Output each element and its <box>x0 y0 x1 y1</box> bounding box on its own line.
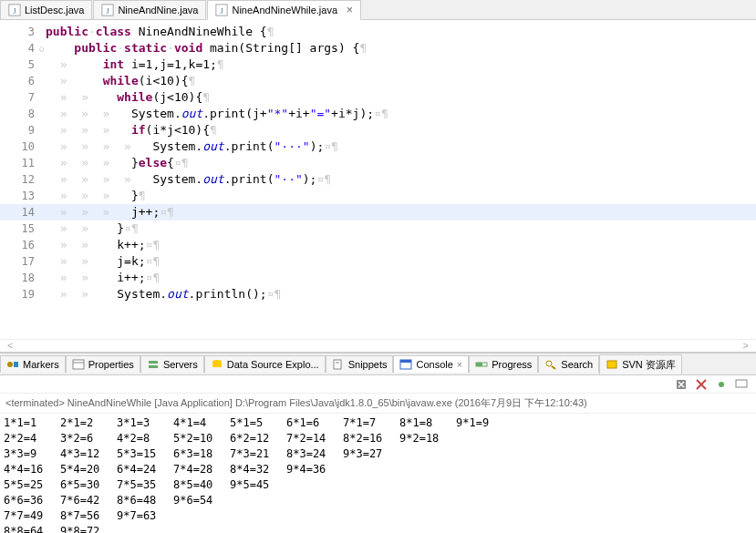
code-content: » » while(j<10){¶ <box>46 89 210 106</box>
output-cell: 3*1=3 <box>117 415 173 431</box>
view-tab-label: Data Source Explo... <box>227 359 319 370</box>
view-tab-label: Properties <box>88 359 134 370</box>
code-line-6[interactable]: 6 » while(i<10){¶ <box>0 73 756 89</box>
code-line-11[interactable]: 11 » » » }else{¤¶ <box>0 155 756 171</box>
svg-rect-14 <box>334 360 341 369</box>
view-tab-console[interactable]: Console × <box>393 355 469 373</box>
code-line-18[interactable]: 18 » » i++;¤¶ <box>0 270 756 286</box>
output-cell: 8*7=56 <box>60 508 117 524</box>
output-row-7: 8*8=649*8=72 <box>4 524 752 533</box>
properties-icon <box>72 359 85 370</box>
code-line-9[interactable]: 9 » » » if(i*j<10){¶ <box>0 122 756 138</box>
close-icon[interactable]: × <box>457 359 462 370</box>
output-cell: 6*3=18 <box>173 446 230 462</box>
output-cell: 7*7=49 <box>4 508 60 524</box>
code-line-10[interactable]: 10 » » » » System.out.print("···");¤¶ <box>0 138 756 155</box>
view-tab-search[interactable]: Search <box>538 355 599 373</box>
output-row-4: 5*5=256*5=307*5=358*5=409*5=45 <box>4 477 752 493</box>
display-icon[interactable] <box>734 377 749 392</box>
line-number: 19 <box>0 286 46 302</box>
output-cell: 4*4=16 <box>4 462 60 477</box>
svg-rect-19 <box>476 363 482 366</box>
code-line-15[interactable]: 15 » » }¤¶ <box>0 220 756 237</box>
output-cell: 6*2=12 <box>230 431 286 446</box>
view-tab-servers[interactable]: Servers <box>140 355 204 373</box>
line-number: 11 <box>0 155 46 171</box>
line-number: 18 <box>0 270 46 286</box>
view-tab-data-source[interactable]: Data Source Explo... <box>204 355 326 373</box>
console-output: 1*1=12*1=23*1=34*1=45*1=56*1=67*1=78*1=8… <box>0 414 756 533</box>
code-line-12[interactable]: 12 » » » » System.out.print("··");¤¶ <box>0 171 756 188</box>
view-tab-markers[interactable]: Markers <box>0 355 66 373</box>
editor-tab-0[interactable]: JListDesc.java <box>0 0 92 19</box>
view-tab-progress[interactable]: Progress <box>469 355 538 373</box>
output-cell: 7*3=21 <box>230 446 286 462</box>
output-cell: 8*5=40 <box>173 477 230 493</box>
view-tab-properties[interactable]: Properties <box>66 355 140 373</box>
code-line-3[interactable]: 3public·class NineAndNineWhile {¶ <box>0 24 756 40</box>
output-cell: 5*1=5 <box>230 415 286 431</box>
output-cell: 6*6=36 <box>4 493 60 508</box>
editor-tab-1[interactable]: JNineAndNine.java <box>93 0 206 19</box>
output-cell: 5*3=15 <box>117 446 173 462</box>
output-cell: 8*3=24 <box>286 446 343 462</box>
code-content: » » » if(i*j<10){¶ <box>46 122 217 138</box>
code-content: » » » » System.out.print("···");¤¶ <box>46 138 338 155</box>
output-cell: 1*1=1 <box>4 415 60 431</box>
view-tab-label: SVN 资源库 <box>622 358 676 372</box>
tab-label: NineAndNineWhile.java <box>232 5 337 15</box>
svg-rect-17 <box>400 360 411 363</box>
close-icon[interactable]: × <box>347 4 353 16</box>
pin-icon[interactable] <box>714 377 729 392</box>
output-cell: 5*5=25 <box>4 477 60 493</box>
output-cell: 7*4=28 <box>173 462 230 477</box>
output-row-2: 3*3=94*3=125*3=156*3=187*3=218*3=249*3=2… <box>4 446 752 462</box>
code-line-19[interactable]: 19 » » System.out.println();¤¶ <box>0 286 756 302</box>
svg-rect-22 <box>607 361 616 368</box>
code-line-4[interactable]: 4 public·static·void main(String[] args)… <box>0 40 756 56</box>
code-line-16[interactable]: 16 » » k++;¤¶ <box>0 237 756 253</box>
code-line-17[interactable]: 17 » » j=k;¤¶ <box>0 253 756 270</box>
code-line-14[interactable]: 14 » » » j++;¤¶ <box>0 204 756 220</box>
remove-all-icon[interactable] <box>694 377 709 392</box>
code-content: » » » }else{¤¶ <box>46 155 189 171</box>
code-content: » » » System.out.print(j+"*"+i+"="+i*j);… <box>46 106 388 122</box>
line-number: 9 <box>0 122 46 138</box>
view-tab-label: Console <box>416 359 452 370</box>
output-cell: 9*8=72 <box>60 524 117 533</box>
view-tab-label: Snippets <box>348 359 388 370</box>
output-row-0: 1*1=12*1=23*1=34*1=45*1=56*1=67*1=78*1=8… <box>4 415 752 431</box>
view-tab-snippets[interactable]: Snippets <box>326 355 394 373</box>
console-status: <terminated> NineAndNineWhile [Java Appl… <box>0 394 756 414</box>
output-row-3: 4*4=165*4=206*4=247*4=288*4=329*4=36 <box>4 462 752 477</box>
output-cell: 6*1=6 <box>286 415 343 431</box>
line-number: 3 <box>0 24 46 40</box>
svg-line-21 <box>552 366 555 369</box>
view-tab-svn[interactable]: SVN 资源库 <box>599 354 682 374</box>
view-tabs: MarkersPropertiesServersData Source Expl… <box>0 354 756 375</box>
code-content: » » » » System.out.print("··");¤¶ <box>46 171 331 188</box>
code-editor[interactable]: 3public·class NineAndNineWhile {¶4 publi… <box>0 20 756 339</box>
java-file-icon: J <box>101 4 114 16</box>
code-line-8[interactable]: 8 » » » System.out.print(j+"*"+i+"="+i*j… <box>0 106 756 122</box>
svg-rect-25 <box>736 380 747 387</box>
output-row-1: 2*2=43*2=64*2=85*2=106*2=127*2=148*2=169… <box>4 431 752 446</box>
line-number: 13 <box>0 188 46 204</box>
svg-rect-13 <box>212 362 222 367</box>
output-cell: 4*3=12 <box>60 446 117 462</box>
editor-tab-2[interactable]: JNineAndNineWhile.java× <box>207 0 361 20</box>
view-tab-label: Markers <box>23 359 59 370</box>
output-cell: 4*1=4 <box>173 415 230 431</box>
output-cell: 6*5=30 <box>60 477 117 493</box>
svn-icon <box>606 359 618 370</box>
code-line-5[interactable]: 5 » int i=1,j=1,k=1;¶ <box>0 56 756 73</box>
remove-launch-icon[interactable] <box>674 377 689 392</box>
output-cell: 8*2=16 <box>343 431 399 446</box>
code-content: public·class NineAndNineWhile {¶ <box>46 24 274 40</box>
line-number: 16 <box>0 237 46 253</box>
code-line-13[interactable]: 13 » » » }¶ <box>0 188 756 204</box>
output-cell: 9*2=18 <box>399 431 456 446</box>
output-cell: 7*5=35 <box>117 477 173 493</box>
code-line-7[interactable]: 7 » » while(j<10){¶ <box>0 89 756 106</box>
svg-point-24 <box>719 382 724 387</box>
